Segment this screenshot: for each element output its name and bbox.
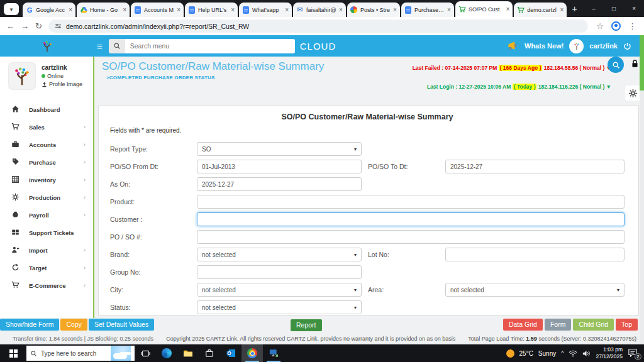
back-icon[interactable]: ← (6, 21, 14, 31)
set-default-values-button[interactable]: Set Default Values (89, 319, 154, 331)
start-button[interactable] (0, 344, 26, 362)
minimize-button[interactable]: – (584, 0, 604, 17)
sidebar-item-inventory[interactable]: Inventory › (0, 171, 93, 189)
store-icon[interactable] (199, 344, 220, 362)
report-button[interactable]: Report (291, 319, 322, 331)
profile-image-link[interactable]: Profile Image (42, 81, 82, 87)
weather-sun-icon[interactable] (506, 349, 514, 358)
settings-gear-button[interactable] (625, 85, 640, 101)
tab-close-icon[interactable]: × (506, 6, 509, 13)
breadcrumb[interactable]: >COMPLETED PURCHASE ORDER STATUS (106, 75, 215, 80)
data-grid-button[interactable]: Data Grid (503, 319, 543, 331)
new-tab-button[interactable]: + (572, 3, 577, 14)
tab-close-icon[interactable]: × (123, 6, 126, 13)
tab-close-icon[interactable]: × (560, 6, 564, 13)
chrome-icon[interactable] (242, 344, 263, 362)
report-type-select[interactable]: SO▾ (197, 142, 362, 156)
tray-expand-icon[interactable]: ^ (561, 350, 564, 356)
notification-icon[interactable]: 2 (628, 348, 639, 358)
browser-menu-icon[interactable]: ⋮ (628, 21, 636, 31)
site-settings-icon[interactable] (55, 23, 62, 30)
account-name[interactable]: cartzlink (589, 42, 618, 50)
tab-accounts[interactable]: Accounts M × (131, 3, 184, 17)
address-bar[interactable]: demo.cartzlink.com/admin/indexyii.php?r=… (48, 19, 588, 33)
tab-purchase-report[interactable]: Purchase Re × (401, 3, 454, 17)
area-select[interactable]: not selected▾ (445, 283, 625, 297)
close-button[interactable]: × (624, 0, 644, 17)
child-grid-button[interactable]: Child Grid (573, 319, 614, 331)
top-button[interactable]: Top (616, 319, 638, 331)
as-on-input[interactable] (197, 177, 362, 191)
city-select[interactable]: not selected▾ (197, 283, 362, 297)
sidebar-item-support-tickets[interactable]: Support Tickets (0, 224, 93, 241)
customer-input[interactable] (197, 212, 625, 226)
from-dt-input[interactable] (197, 160, 362, 173)
maximize-button[interactable]: □ (604, 0, 624, 17)
sidebar-item-import[interactable]: Import › (0, 241, 93, 259)
wifi-icon[interactable] (569, 350, 577, 357)
sidebar-item-payroll[interactable]: Payroll › (0, 206, 93, 224)
group-no-input[interactable] (197, 265, 362, 279)
reload-icon[interactable]: ↻ (35, 21, 42, 31)
sidebar-item-production[interactable]: Production › (0, 189, 93, 206)
clock[interactable]: 1:03 pm27/12/2025 (596, 346, 623, 359)
tab-whatsapp-sheet[interactable]: What'sapp × (239, 3, 292, 17)
tab-close-icon[interactable]: × (393, 6, 397, 13)
last-failed-status[interactable]: Last Failed : 07-14-2025 07:07 PM ( 166 … (413, 65, 611, 71)
scrollbar-thumb[interactable] (640, 35, 644, 90)
profile-image[interactable] (9, 63, 35, 89)
po-so-input[interactable] (197, 230, 625, 244)
product-input[interactable] (197, 195, 625, 209)
bookmark-star-icon[interactable]: ☆ (596, 21, 604, 31)
to-dt-input[interactable] (445, 160, 625, 173)
tab-mail[interactable]: ✉ faisaltahir@ × (293, 3, 346, 17)
tab-demo-cartzlink[interactable]: demo.cartzl × (514, 3, 567, 17)
taskbar-search[interactable]: Type here to search (26, 346, 135, 361)
tab-home-drive[interactable]: Home - Go × (77, 3, 130, 17)
search-icon[interactable] (109, 39, 125, 53)
sidebar-toggle-icon[interactable]: ≡ (97, 41, 103, 52)
tab-close-icon[interactable]: × (285, 6, 289, 13)
app-logo[interactable] (0, 35, 94, 57)
tab-close-icon[interactable]: × (339, 6, 343, 13)
brand-select[interactable]: not selected▾ (197, 248, 362, 261)
sidebar-item-purchase[interactable]: Purchase › (0, 153, 93, 171)
tab-search-button[interactable]: ▾ (4, 3, 19, 15)
lot-no-input[interactable] (445, 248, 625, 261)
account-avatar[interactable] (569, 39, 584, 53)
tab-close-icon[interactable]: × (69, 6, 72, 13)
logout-power-icon[interactable] (623, 42, 631, 50)
task-view-button[interactable] (135, 344, 156, 362)
sidebar-item-target[interactable]: Target › (0, 259, 93, 277)
browser-profile-icon[interactable] (611, 21, 621, 31)
remote-desktop-icon[interactable] (263, 344, 284, 362)
menu-search-input[interactable] (125, 39, 295, 53)
copy-button[interactable]: Copy (60, 319, 87, 331)
weather-desc[interactable]: Sunny (538, 350, 556, 357)
weather-temp[interactable]: 25°C (519, 350, 533, 357)
global-search-button[interactable] (608, 57, 624, 73)
edge-icon[interactable] (156, 344, 177, 362)
tab-close-icon[interactable]: × (177, 6, 180, 13)
sidebar-item-accounts[interactable]: Accounts › (0, 136, 93, 153)
weather-thumbnail[interactable] (111, 346, 131, 361)
tab-sopo-customer-active[interactable]: SO/PO Cust × (455, 1, 513, 17)
tab-google-account[interactable]: G Google Acc × (23, 3, 75, 17)
form-button[interactable]: Form (545, 319, 572, 331)
last-login-status[interactable]: Last Login : 12-27-2025 10:06 AM ( Today… (427, 84, 611, 90)
tab-close-icon[interactable]: × (447, 6, 451, 13)
sidebar-item-ecommerce[interactable]: E-Commerce › (0, 277, 93, 294)
outlook-icon[interactable] (220, 344, 242, 362)
sidebar-item-sales[interactable]: Sales › (0, 118, 93, 136)
whats-new-link[interactable]: Whats New! (525, 42, 564, 50)
file-explorer-icon[interactable] (177, 344, 199, 362)
tab-close-icon[interactable]: × (231, 6, 235, 13)
tab-help-urls[interactable]: Help URL's × (185, 3, 238, 17)
page-scrollbar[interactable] (640, 35, 644, 344)
sidebar-item-dashboard[interactable]: Dashboard (0, 101, 93, 118)
forward-icon[interactable]: → (21, 21, 29, 31)
tab-posts-stream[interactable]: Posts • Stre × (347, 3, 400, 17)
lock-icon[interactable] (631, 59, 639, 68)
status-select[interactable]: not selected▾ (197, 300, 362, 314)
volume-icon[interactable] (582, 350, 591, 357)
